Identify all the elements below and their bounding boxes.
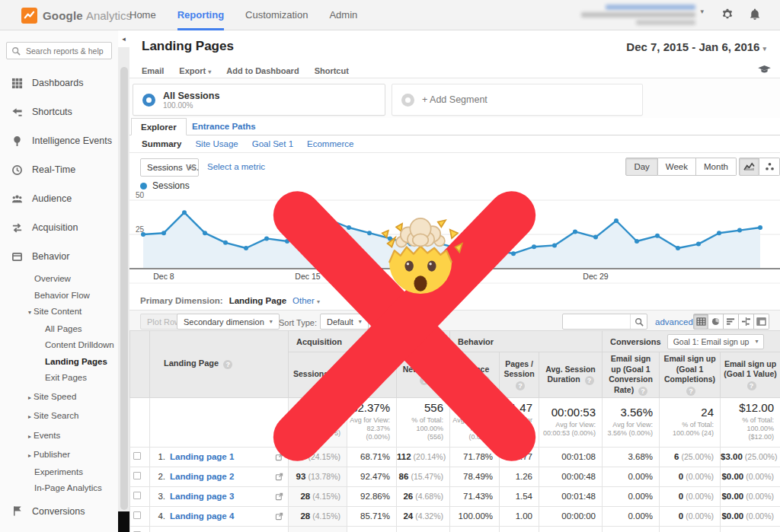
shortcut-button[interactable]: Shortcut [315, 66, 349, 75]
sidebar-item-real-time[interactable]: Real-Time [0, 155, 118, 184]
sidebar-item-intelligence-events[interactable]: Intelligence Events [0, 126, 118, 155]
nav-item-admin[interactable]: Admin [329, 0, 357, 30]
sidebar-item-all-pages[interactable]: All Pages [0, 321, 118, 338]
subtab-site-usage[interactable]: Site Usage [195, 139, 238, 148]
month-granularity-button[interactable]: Month [696, 158, 737, 176]
day-granularity-button[interactable]: Day [625, 158, 657, 176]
landing-page-link[interactable]: Landing page 4 [170, 511, 234, 521]
add-segment-button[interactable]: + Add Segment [392, 84, 643, 116]
account-info-blurred[interactable]: ▾ [581, 5, 704, 25]
nav-item-home[interactable]: Home [129, 0, 156, 30]
dimension-landing-page[interactable]: Landing Page [229, 296, 286, 305]
education-cap-icon[interactable] [758, 64, 771, 78]
column-header-email-sign-up-goal-1-conversion-rate-[interactable]: Email sign up (Goal 1 Conversion Rate) ? [603, 352, 660, 398]
tab-entrance-paths[interactable]: Entrance Paths [183, 118, 265, 135]
sidebar-item-experiments[interactable]: Experiments [0, 464, 118, 481]
sidebar-item-site-content[interactable]: ▾Site Content [0, 304, 118, 321]
dimension-other-link[interactable]: Other ▾ [292, 296, 320, 305]
goal-selector[interactable]: Goal 1: Email sign up▾ [667, 334, 765, 349]
sidebar-item-behavior[interactable]: Behavior [0, 242, 118, 271]
subtab-goal-set-1[interactable]: Goal Set 1 [252, 139, 293, 148]
sidebar-item-acquisition[interactable]: Acquisition [0, 213, 118, 242]
landing-page-link[interactable]: Landing page 2 [170, 472, 234, 481]
percentage-view-icon[interactable] [708, 314, 724, 330]
week-granularity-button[interactable]: Week [658, 158, 696, 176]
table-row: 1.Landing page 1163(24.15%)68.71%112(20.… [130, 447, 780, 467]
sidebar-item-publisher[interactable]: ▸Publisher [0, 447, 118, 464]
secondary-dimension-button[interactable]: Secondary dimension▾ [177, 314, 280, 330]
help-icon[interactable]: ? [420, 376, 429, 385]
row-checkbox[interactable] [133, 511, 141, 519]
add-to-dashboard-button[interactable]: Add to Dashboard [226, 66, 299, 75]
row-checkbox[interactable] [133, 492, 141, 499]
bell-icon[interactable] [748, 8, 762, 21]
sidebar-item-landing-pages[interactable]: Landing Pages [0, 354, 118, 371]
sidebar-item-shortcuts[interactable]: Shortcuts [0, 97, 118, 126]
gear-icon[interactable] [721, 8, 734, 21]
row-checkbox[interactable] [133, 472, 141, 479]
open-page-icon[interactable] [275, 512, 283, 521]
sort-type-selector[interactable]: Default▾ [320, 314, 369, 330]
help-icon[interactable]: ? [686, 387, 695, 396]
open-page-icon[interactable] [275, 473, 283, 481]
segment-all-sessions[interactable]: All Sessions 100.00% [133, 84, 385, 116]
landing-page-link[interactable]: Landing page 3 [170, 492, 234, 501]
sidebar-item-audience[interactable]: Audience [0, 184, 118, 213]
google-analytics-logo[interactable]: Google Analytics [21, 0, 132, 30]
nav-item-reporting[interactable]: Reporting [177, 0, 224, 30]
column-header--new-sessions[interactable]: % New Sessions ? [347, 352, 397, 398]
column-header-landing-page[interactable]: Landing Page ? [150, 331, 289, 398]
column-header-email-sign-up-goal-1-completions-[interactable]: Email sign up (Goal 1 Completions) ? [660, 352, 721, 398]
search-icon[interactable] [630, 314, 647, 329]
help-icon[interactable]: ? [516, 381, 525, 390]
column-header-email-sign-up-goal-1-value-[interactable]: Email sign up (Goal 1 Value) ? [721, 352, 780, 398]
column-header-sessions[interactable]: Sessions ? [289, 352, 347, 398]
subtab-ecommerce[interactable]: Ecommerce [307, 139, 353, 148]
open-page-icon[interactable] [275, 453, 283, 461]
row-checkbox[interactable] [133, 452, 141, 460]
sidebar-item-events[interactable]: ▸Events [0, 428, 118, 445]
sidebar-search-box[interactable] [6, 42, 112, 59]
sidebar-item-content-drilldown[interactable]: Content Drilldown [0, 337, 118, 354]
table-search-input[interactable] [563, 317, 630, 327]
sidebar-collapse-button[interactable]: ◂ [118, 30, 129, 47]
column-header-new-users[interactable]: New Users ? [397, 352, 450, 398]
help-icon[interactable]: ? [223, 360, 232, 369]
help-icon[interactable]: ? [481, 376, 490, 385]
column-header-bounce-rate[interactable]: Bounce Rate ? [450, 352, 500, 398]
date-range-selector[interactable]: Dec 7, 2015 - Jan 6, 2016▾ [626, 40, 766, 53]
subtab-summary[interactable]: Summary [142, 139, 181, 148]
help-icon[interactable]: ? [333, 371, 342, 380]
sidebar-item-site-search[interactable]: ▸Site Search [0, 408, 118, 425]
column-header-avg-session-duration[interactable]: Avg. Session Duration ? [539, 352, 603, 398]
pivot-view-icon[interactable] [754, 314, 769, 330]
data-point [717, 231, 721, 235]
sidebar-item-dashboards[interactable]: Dashboards [0, 68, 118, 97]
sidebar-item-exit-pages[interactable]: Exit Pages [0, 370, 118, 387]
column-header-pages-session[interactable]: Pages / Session ? [500, 352, 539, 398]
performance-view-icon[interactable] [724, 314, 739, 330]
open-page-icon[interactable] [275, 492, 283, 501]
email-button[interactable]: Email [142, 66, 164, 75]
data-view-icon[interactable] [693, 314, 708, 330]
tab-explorer[interactable]: Explorer [131, 118, 187, 135]
line-chart-icon[interactable] [739, 158, 759, 176]
export-button[interactable]: Export ▾ [179, 66, 211, 75]
help-icon[interactable]: ? [638, 387, 647, 396]
sidebar-item-in-page-analytics[interactable]: In-Page Analytics [0, 480, 118, 497]
select-a-metric-link[interactable]: Select a metric [207, 162, 265, 171]
sidebar-item-conversions[interactable]: Conversions [0, 497, 118, 526]
sidebar-search-input[interactable] [24, 46, 107, 56]
help-icon[interactable]: ? [747, 381, 756, 390]
sidebar-item-behavior-flow[interactable]: Behavior Flow [0, 288, 118, 304]
advanced-search-link[interactable]: advanced [655, 317, 693, 327]
sidebar-item-site-speed[interactable]: ▸Site Speed [0, 389, 118, 406]
sidebar-item-overview[interactable]: Overview [0, 271, 118, 288]
scrollbar-thumb[interactable] [120, 67, 128, 510]
motion-chart-icon[interactable] [759, 158, 780, 176]
nav-item-customization[interactable]: Customization [245, 0, 308, 30]
help-icon[interactable]: ? [585, 376, 594, 385]
landing-page-link[interactable]: Landing page 1 [170, 452, 234, 461]
comparison-view-icon[interactable] [739, 314, 754, 330]
help-icon[interactable]: ? [369, 381, 378, 390]
